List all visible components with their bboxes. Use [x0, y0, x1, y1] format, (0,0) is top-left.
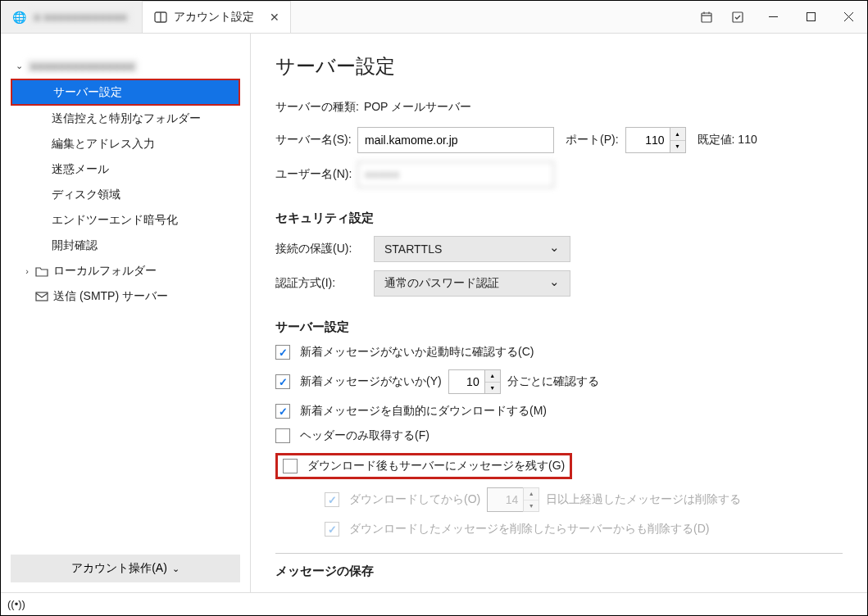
window-controls: [754, 1, 867, 34]
send-icon: [35, 291, 48, 302]
server-type-label: サーバーの種類:: [275, 100, 359, 115]
delete-from-server-label: ダウンロードしたメッセージを削除したらサーバーからも削除する(D): [349, 522, 709, 537]
step-down-icon[interactable]: ▼: [485, 383, 500, 394]
sidebar-item-label: 迷惑メール: [52, 162, 109, 177]
globe-icon: 🌐: [12, 11, 25, 24]
titlebar-app-icons: [695, 6, 754, 29]
check-interval-checkbox[interactable]: [275, 374, 290, 389]
username-input[interactable]: [357, 161, 554, 188]
sidebar-item-copies[interactable]: 送信控えと特別なフォルダー: [11, 106, 240, 131]
step-up-icon[interactable]: ▲: [670, 128, 685, 141]
delete-after-label-post: 日以上経過したメッセージは削除する: [546, 492, 741, 507]
delete-after-stepper: ▲ ▼: [523, 487, 539, 512]
minimize-button[interactable]: [754, 1, 792, 34]
folder-icon: [35, 265, 48, 277]
delete-after-label-pre: ダウンロードしてから(O): [349, 492, 480, 507]
svg-rect-11: [36, 292, 48, 301]
chevron-down-icon: ⌄: [172, 564, 180, 574]
tab-inactive[interactable]: 🌐 ■ ■■■■■■■■■■■■: [1, 1, 143, 33]
settings-tab-icon: [154, 11, 167, 24]
check-startup-label: 新着メッセージがないか起動時に確認する(C): [300, 345, 534, 360]
close-button[interactable]: [829, 1, 867, 34]
auth-method-select[interactable]: 通常のパスワード認証: [374, 270, 570, 297]
connection-security-select[interactable]: STARTTLS: [374, 236, 570, 262]
chevron-down-icon: ⌄: [11, 61, 27, 71]
default-port-label: 既定値: 110: [698, 133, 757, 147]
port-label: ポート(P):: [566, 133, 619, 147]
account-actions-button[interactable]: アカウント操作(A) ⌄: [11, 555, 240, 582]
auth-method-label: 認証方式(I):: [275, 276, 374, 291]
check-interval-label-pre: 新着メッセージがないか(Y): [300, 374, 442, 389]
close-icon[interactable]: ✕: [269, 11, 280, 23]
check-interval-label-post: 分ごとに確認する: [507, 374, 599, 389]
security-section-title: セキュリティ設定: [275, 211, 843, 226]
sidebar-item-local-folders[interactable]: › ローカルフォルダー: [11, 258, 240, 283]
sidebar: ⌄ ■■■■■■■■■■■■■■■ サーバー設定 送信控えと特別なフォルダー 編…: [1, 34, 251, 592]
svg-rect-2: [702, 13, 711, 22]
check-startup-checkbox[interactable]: [275, 345, 290, 360]
account-row[interactable]: ⌄ ■■■■■■■■■■■■■■■: [11, 53, 240, 79]
sidebar-item-label: サーバー設定: [53, 85, 122, 100]
account-tree: ⌄ ■■■■■■■■■■■■■■■ サーバー設定 送信控えと特別なフォルダー 編…: [11, 53, 240, 555]
account-name: ■■■■■■■■■■■■■■■: [27, 60, 138, 73]
maximize-button[interactable]: [792, 1, 829, 34]
delete-after-input: [487, 487, 523, 512]
server-settings-section-title: サーバー設定: [275, 319, 843, 335]
headers-only-label: ヘッダーのみ取得する(F): [300, 428, 429, 443]
tab-active-label: アカウント設定: [174, 10, 254, 25]
separator: [275, 553, 843, 554]
page-title: サーバー設定: [275, 53, 843, 79]
server-type-value: POP メールサーバー: [364, 100, 471, 115]
tab-inactive-label: ■ ■■■■■■■■■■■■: [30, 11, 130, 24]
chevron-right-icon: ›: [19, 266, 35, 276]
button-label: アカウント操作(A): [71, 561, 167, 576]
headers-only-checkbox[interactable]: [275, 428, 290, 443]
server-name-input[interactable]: [357, 127, 554, 153]
svg-rect-8: [807, 13, 815, 21]
statusbar: ((•)): [1, 592, 867, 615]
sidebar-item-smtp[interactable]: 送信 (SMTP) サーバー: [11, 283, 240, 309]
sidebar-item-label: ローカルフォルダー: [53, 264, 157, 279]
sidebar-item-composition[interactable]: 編集とアドレス入力: [11, 131, 240, 156]
sidebar-item-server-settings[interactable]: サーバー設定: [11, 79, 240, 106]
sidebar-item-label: 編集とアドレス入力: [52, 137, 155, 152]
leave-on-server-label: ダウンロード後もサーバーにメッセージを残す(G): [307, 459, 565, 473]
step-down-icon[interactable]: ▼: [670, 141, 685, 153]
sidebar-item-label: ディスク領域: [52, 188, 120, 202]
sidebar-item-disk[interactable]: ディスク領域: [11, 182, 240, 207]
tab-active[interactable]: アカウント設定 ✕: [143, 1, 291, 33]
auto-download-label: 新着メッセージを自動的にダウンロードする(M): [300, 404, 547, 419]
delete-after-checkbox: [325, 492, 339, 507]
content-panel: サーバー設定 サーバーの種類: POP メールサーバー サーバー名(S): ポー…: [251, 34, 867, 592]
leave-on-server-checkbox[interactable]: [283, 459, 298, 473]
sidebar-item-receipts[interactable]: 開封確認: [11, 233, 240, 258]
svg-rect-6: [733, 12, 743, 22]
port-input[interactable]: [625, 127, 670, 153]
username-label: ユーザー名(N):: [275, 167, 357, 182]
auto-download-checkbox[interactable]: [275, 404, 290, 419]
step-down-icon: ▼: [524, 500, 539, 512]
titlebar: 🌐 ■ ■■■■■■■■■■■■ アカウント設定 ✕: [1, 1, 867, 34]
delete-from-server-checkbox: [325, 522, 339, 537]
calendar-icon[interactable]: [695, 6, 718, 29]
leave-on-server-highlight: ダウンロード後もサーバーにメッセージを残す(G): [275, 453, 572, 479]
sidebar-item-label: エンドツーエンド暗号化: [52, 213, 178, 228]
storage-section-title: メッセージの保存: [275, 564, 843, 579]
sidebar-item-junk[interactable]: 迷惑メール: [11, 156, 240, 182]
tasks-icon[interactable]: [726, 6, 749, 29]
interval-stepper[interactable]: ▲ ▼: [484, 369, 501, 394]
step-up-icon[interactable]: ▲: [485, 370, 500, 383]
connection-security-label: 接続の保護(U):: [275, 242, 374, 256]
server-name-label: サーバー名(S):: [275, 133, 357, 147]
step-up-icon: ▲: [524, 488, 539, 500]
sidebar-item-label: 送信 (SMTP) サーバー: [53, 289, 168, 304]
sidebar-item-label: 送信控えと特別なフォルダー: [52, 111, 201, 126]
sidebar-item-label: 開封確認: [52, 238, 98, 253]
tab-strip: 🌐 ■ ■■■■■■■■■■■■ アカウント設定 ✕: [1, 1, 291, 33]
port-stepper[interactable]: ▲ ▼: [670, 127, 686, 153]
sidebar-item-e2e[interactable]: エンドツーエンド暗号化: [11, 207, 240, 233]
check-interval-input[interactable]: [448, 369, 484, 394]
connection-status-icon[interactable]: ((•)): [7, 598, 25, 610]
